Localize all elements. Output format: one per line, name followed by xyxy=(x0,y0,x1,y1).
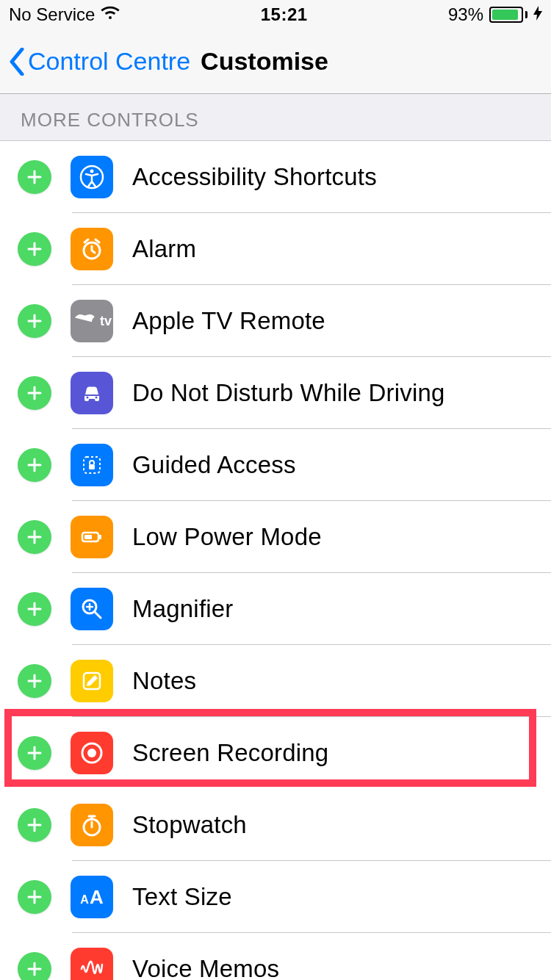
guided-access-icon xyxy=(71,444,113,486)
status-left: No Service xyxy=(9,4,120,25)
plus-icon xyxy=(26,745,43,761)
carrier-text: No Service xyxy=(9,4,95,25)
svg-rect-8 xyxy=(84,535,92,539)
add-button[interactable] xyxy=(18,880,51,914)
control-label: Voice Memos xyxy=(132,955,279,980)
status-time: 15:21 xyxy=(261,4,308,25)
plus-icon xyxy=(26,313,43,329)
control-label: Low Power Mode xyxy=(132,523,322,551)
control-label: Apple TV Remote xyxy=(132,307,325,335)
control-row[interactable]: Stopwatch xyxy=(0,789,551,861)
control-label: Do Not Disturb While Driving xyxy=(132,379,445,407)
plus-icon xyxy=(26,673,43,689)
control-row[interactable]: Do Not Disturb While Driving xyxy=(0,357,551,429)
plus-icon xyxy=(26,961,43,977)
controls-list: Accessibility ShortcutsAlarmtvApple TV R… xyxy=(0,141,551,980)
add-button[interactable] xyxy=(18,952,51,980)
add-button[interactable] xyxy=(18,232,51,266)
status-bar: No Service 15:21 93% xyxy=(0,0,551,29)
notes-icon xyxy=(71,660,113,702)
page-title: Customise xyxy=(201,47,328,76)
add-button[interactable] xyxy=(18,448,51,482)
battery-icon xyxy=(489,7,527,23)
back-button[interactable]: Control Centre xyxy=(9,47,190,76)
plus-icon xyxy=(26,385,43,401)
control-row[interactable]: Low Power Mode xyxy=(0,501,551,573)
plus-icon xyxy=(26,241,43,257)
add-button[interactable] xyxy=(18,592,51,626)
svg-point-4 xyxy=(96,397,98,399)
battery-percent-text: 93% xyxy=(448,4,483,25)
control-row[interactable]: Alarm xyxy=(0,213,551,285)
plus-icon xyxy=(26,169,43,185)
control-label: Guided Access xyxy=(132,451,296,479)
section-header: MORE CONTROLS xyxy=(0,94,551,141)
add-button[interactable] xyxy=(18,304,51,338)
add-button[interactable] xyxy=(18,736,51,770)
control-row[interactable]: Guided Access xyxy=(0,429,551,501)
control-row[interactable]: AAText Size xyxy=(0,861,551,933)
back-label: Control Centre xyxy=(28,47,190,76)
control-row[interactable]: Magnifier xyxy=(0,573,551,645)
plus-icon xyxy=(26,889,43,905)
accessibility-icon xyxy=(71,156,113,198)
plus-icon xyxy=(26,601,43,617)
control-label: Magnifier xyxy=(132,595,234,623)
svg-rect-6 xyxy=(89,464,95,469)
add-button[interactable] xyxy=(18,376,51,410)
screen-record-icon xyxy=(71,732,113,774)
control-label: Notes xyxy=(132,667,196,695)
control-label: Accessibility Shortcuts xyxy=(132,163,377,191)
plus-icon xyxy=(26,817,43,833)
control-label: Text Size xyxy=(132,883,232,911)
control-label: Alarm xyxy=(132,235,196,263)
control-row[interactable]: Notes xyxy=(0,645,551,717)
apple-tv-icon: tv xyxy=(71,300,113,342)
stopwatch-icon xyxy=(71,804,113,846)
add-button[interactable] xyxy=(18,808,51,842)
control-label: Screen Recording xyxy=(132,739,328,767)
svg-point-3 xyxy=(87,397,89,399)
text-size-icon: AA xyxy=(71,876,113,918)
chevron-left-icon xyxy=(9,48,25,76)
control-row[interactable]: tvApple TV Remote xyxy=(0,285,551,357)
nav-bar: Control Centre Customise xyxy=(0,29,551,94)
alarm-icon xyxy=(71,228,113,270)
add-button[interactable] xyxy=(18,160,51,194)
control-label: Stopwatch xyxy=(132,811,247,839)
magnifier-icon xyxy=(71,588,113,630)
add-button[interactable] xyxy=(18,520,51,554)
car-icon xyxy=(71,372,113,414)
svg-point-1 xyxy=(90,170,94,173)
control-row[interactable]: Screen Recording xyxy=(0,717,551,789)
voice-memos-icon xyxy=(71,948,113,980)
charging-icon xyxy=(533,6,542,24)
svg-rect-9 xyxy=(99,535,101,539)
wifi-icon xyxy=(101,4,120,25)
add-button[interactable] xyxy=(18,664,51,698)
plus-icon xyxy=(26,457,43,473)
low-power-icon xyxy=(71,516,113,558)
status-right: 93% xyxy=(448,4,542,25)
control-row[interactable]: Accessibility Shortcuts xyxy=(0,141,551,213)
plus-icon xyxy=(26,529,43,545)
control-row[interactable]: Voice Memos xyxy=(0,933,551,980)
svg-point-13 xyxy=(87,749,96,757)
